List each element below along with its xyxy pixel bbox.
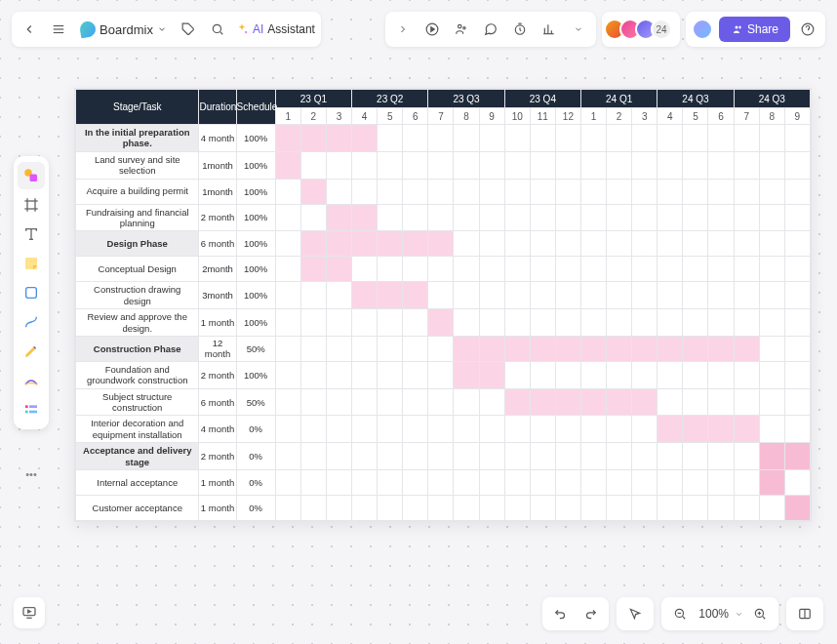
- menu-button[interactable]: [47, 18, 70, 41]
- shapes-tool[interactable]: [18, 162, 45, 189]
- more-tools-button[interactable]: •••: [14, 468, 49, 480]
- chart-button[interactable]: [538, 18, 561, 41]
- brand-dropdown[interactable]: Boardmix: [76, 21, 171, 37]
- gantt-row[interactable]: Design Phase6 month100%: [76, 231, 811, 257]
- undo-button[interactable]: [548, 601, 574, 626]
- gantt-cell: [300, 388, 326, 416]
- text-tool[interactable]: [18, 221, 45, 248]
- search-button[interactable]: [206, 18, 229, 41]
- gantt-cell: [658, 179, 683, 204]
- svg-rect-29: [29, 405, 37, 408]
- gantt-row[interactable]: Acceptance and delivery stage2 month0%: [76, 443, 811, 470]
- zoom-in-button[interactable]: [747, 601, 773, 626]
- minimap-button[interactable]: [792, 601, 817, 626]
- present-button[interactable]: [14, 597, 45, 628]
- cursor-tool[interactable]: [622, 601, 648, 626]
- timer-button[interactable]: [508, 18, 532, 41]
- gantt-cell: [352, 309, 378, 337]
- list-tool[interactable]: [18, 396, 45, 423]
- header-stage: Stage/Task: [76, 90, 199, 125]
- avatar-count[interactable]: 24: [651, 19, 672, 40]
- task-duration: 4 month: [199, 125, 236, 152]
- gantt-cell: [708, 125, 734, 152]
- header-quarter: 24 Q3: [734, 90, 810, 108]
- frame-tool[interactable]: [18, 191, 45, 219]
- header-month: 5: [378, 108, 403, 125]
- gantt-cell: [784, 496, 810, 521]
- task-name: Fundraising and financial planning: [76, 204, 199, 231]
- gantt-row[interactable]: Review and approve the design.1 month100…: [76, 309, 811, 337]
- header-month: 3: [326, 108, 351, 125]
- gantt-cell: [530, 416, 555, 443]
- gantt-cell: [607, 282, 632, 309]
- gantt-cell: [580, 282, 606, 309]
- zoom-level[interactable]: 100%: [697, 607, 731, 621]
- gantt-cell: [326, 443, 351, 470]
- gantt-row[interactable]: Conceptual Design2month100%: [76, 257, 811, 282]
- collaborator-avatars[interactable]: 24: [610, 19, 672, 40]
- play-button[interactable]: [420, 18, 444, 41]
- gantt-cell: [580, 179, 606, 204]
- connector-tool[interactable]: [18, 308, 45, 336]
- gantt-cell: [759, 470, 784, 496]
- back-button[interactable]: [18, 18, 41, 41]
- gantt-cell: [530, 336, 555, 361]
- gantt-cell: [530, 361, 555, 388]
- gantt-row[interactable]: In the initial preparation phase.4 month…: [76, 125, 811, 152]
- gantt-cell: [403, 336, 428, 361]
- gantt-row[interactable]: Foundation and groundwork construction2 …: [76, 361, 811, 388]
- gantt-row[interactable]: Subject structure construction6 month50%: [76, 388, 811, 416]
- redo-button[interactable]: [578, 601, 603, 626]
- zoom-out-button[interactable]: [667, 601, 693, 626]
- expand-button[interactable]: [391, 18, 415, 41]
- gantt-cell: [580, 388, 606, 416]
- gantt-row[interactable]: Customer acceptance1 month0%: [76, 496, 811, 521]
- help-button[interactable]: [796, 18, 819, 41]
- comment-button[interactable]: [479, 18, 502, 41]
- gantt-cell: [352, 416, 378, 443]
- gantt-row[interactable]: Internal acceptance1 month0%: [76, 470, 811, 496]
- gantt-cell: [479, 416, 504, 443]
- gantt-cell: [352, 443, 378, 470]
- gantt-cell: [580, 361, 606, 388]
- share-button[interactable]: Share: [719, 17, 790, 42]
- ai-assistant-button[interactable]: AI Assistant: [235, 22, 315, 36]
- gantt-cell: [759, 282, 784, 309]
- gantt-cell: [300, 204, 326, 231]
- more-chevron-button[interactable]: [567, 18, 590, 41]
- gantt-cell: [300, 282, 326, 309]
- gantt-cell: [352, 282, 378, 309]
- gantt-row[interactable]: Fundraising and financial planning2 mont…: [76, 204, 811, 231]
- gantt-cell: [607, 231, 632, 257]
- gantt-cell: [683, 179, 708, 204]
- gantt-cell: [326, 309, 351, 337]
- pen-tool[interactable]: [18, 338, 45, 365]
- gantt-cell: [326, 282, 351, 309]
- gantt-row[interactable]: Construction drawing design3month100%: [76, 282, 811, 309]
- gantt-cell: [378, 125, 403, 152]
- collaborate-button[interactable]: [450, 18, 473, 41]
- gantt-cell: [300, 309, 326, 337]
- gantt-cell: [784, 151, 810, 179]
- sticky-note-tool[interactable]: [18, 250, 45, 277]
- header-month: 9: [479, 108, 504, 125]
- current-user-avatar[interactable]: [692, 19, 713, 40]
- header-quarter: 24 Q3: [658, 90, 734, 108]
- shape-tool[interactable]: [18, 279, 45, 306]
- gantt-chart[interactable]: Stage/Task Duration Schedule 23 Q1 23 Q2…: [74, 88, 812, 522]
- task-name: Acquire a building permit: [76, 179, 199, 204]
- gantt-cell: [300, 443, 326, 470]
- tag-button[interactable]: [177, 18, 200, 41]
- gantt-row[interactable]: Interior decoration and equipment instal…: [76, 416, 811, 443]
- gantt-row[interactable]: Acquire a building permit1month100%: [76, 179, 811, 204]
- gantt-row[interactable]: Land survey and site selection1month100%: [76, 151, 811, 179]
- gantt-cell: [326, 257, 351, 282]
- task-duration: 6 month: [199, 231, 236, 257]
- line-tool[interactable]: [18, 367, 45, 394]
- gantt-cell: [734, 309, 759, 337]
- gantt-cell: [759, 125, 784, 152]
- gantt-cell: [708, 231, 734, 257]
- gantt-row[interactable]: Construction Phase12 month50%: [76, 336, 811, 361]
- gantt-cell: [479, 231, 504, 257]
- gantt-cell: [300, 496, 326, 521]
